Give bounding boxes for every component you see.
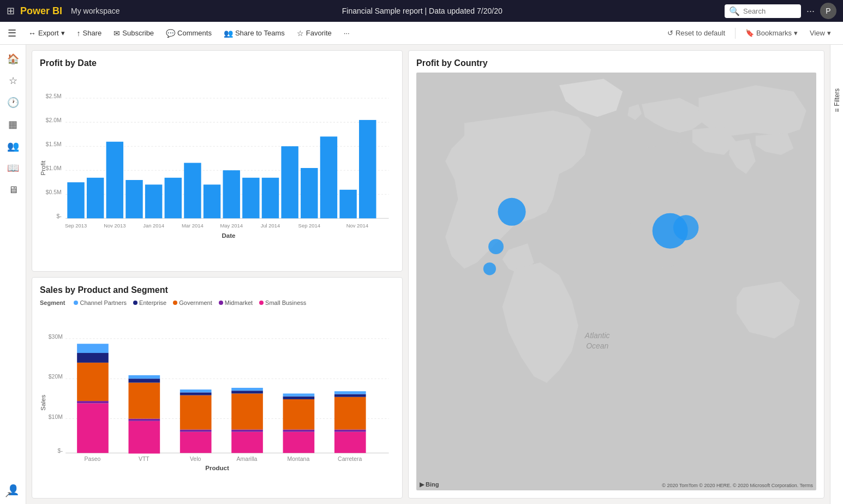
svg-rect-18: [165, 178, 182, 218]
svg-rect-57: [180, 432, 212, 453]
profit-date-panel: Profit by Date $2.5M $2.0M $1.5M $1.0M $…: [32, 50, 403, 272]
svg-rect-50: [77, 353, 109, 363]
sales-product-title: Sales by Product and Segment: [40, 285, 394, 295]
svg-rect-74: [334, 397, 366, 430]
svg-rect-19: [184, 163, 201, 219]
expand-icon[interactable]: ↗: [4, 489, 11, 500]
sidebar-workspaces-icon[interactable]: 🖥: [3, 180, 23, 200]
legend-channel-partners: Channel Partners: [74, 299, 127, 306]
world-map-svg: Atlantic Ocean: [416, 73, 816, 490]
svg-rect-21: [223, 170, 240, 218]
svg-text:Sep 2014: Sep 2014: [298, 223, 320, 229]
svg-text:Atlantic: Atlantic: [584, 331, 610, 340]
filters-label[interactable]: ≡ Filters: [833, 88, 841, 112]
svg-text:Sep 2013: Sep 2013: [65, 223, 87, 229]
svg-text:$0.5M: $0.5M: [46, 189, 62, 195]
profit-date-title: Profit by Date: [40, 58, 394, 68]
svg-text:$30M: $30M: [49, 334, 63, 340]
svg-rect-16: [125, 180, 142, 218]
svg-rect-71: [283, 393, 315, 396]
more-options-icon[interactable]: ···: [806, 5, 815, 17]
grid-icon[interactable]: ⊞: [7, 5, 15, 17]
svg-rect-24: [281, 146, 298, 218]
sidebar-recent-icon[interactable]: 🕐: [3, 93, 23, 112]
share-button[interactable]: ↑ Share: [73, 27, 106, 40]
svg-text:$1.0M: $1.0M: [46, 165, 62, 171]
bookmarks-icon: 🔖: [745, 29, 754, 37]
sales-product-panel: Sales by Product and Segment Segment Cha…: [32, 277, 403, 499]
subscribe-button[interactable]: ✉ Subscribe: [109, 27, 158, 40]
comments-button[interactable]: 💬 Comments: [162, 27, 216, 40]
svg-rect-49: [77, 363, 109, 401]
bookmarks-button[interactable]: 🔖 Bookmarks ▾: [741, 27, 802, 39]
menu-icon[interactable]: ☰: [8, 27, 16, 39]
more-toolbar-button[interactable]: ···: [339, 27, 354, 39]
svg-text:Amarilla: Amarilla: [237, 456, 258, 462]
sidebar-learn-icon[interactable]: 📖: [3, 158, 23, 178]
svg-rect-66: [231, 388, 263, 391]
svg-rect-17: [145, 184, 162, 218]
bookmarks-chevron: ▾: [794, 29, 798, 37]
sidebar-shared-icon[interactable]: 👥: [3, 136, 23, 156]
filters-sidebar[interactable]: ≡ Filters: [830, 45, 843, 504]
profit-country-title: Profit by Country: [416, 58, 816, 68]
toolbar-divider: [735, 28, 736, 39]
svg-rect-52: [129, 421, 160, 454]
search-input[interactable]: [743, 7, 798, 15]
workspace-label[interactable]: My workspace: [71, 7, 119, 15]
svg-rect-47: [77, 403, 109, 453]
search-box[interactable]: 🔍: [725, 4, 801, 18]
svg-rect-15: [106, 142, 123, 218]
view-button[interactable]: View ▾: [805, 27, 835, 39]
svg-rect-55: [129, 379, 160, 382]
svg-rect-65: [231, 391, 263, 393]
svg-rect-61: [180, 389, 212, 392]
content-area: Profit by Date $2.5M $2.0M $1.5M $1.0M $…: [26, 45, 830, 504]
left-charts-column: Profit by Date $2.5M $2.0M $1.5M $1.0M $…: [32, 50, 403, 499]
avatar[interactable]: P: [820, 3, 836, 19]
teams-icon: 👥: [224, 29, 233, 38]
svg-text:$2.0M: $2.0M: [46, 117, 62, 123]
legend-midmarket: Midmarket: [219, 299, 253, 306]
sidebar-home-icon[interactable]: 🏠: [3, 49, 23, 69]
svg-rect-20: [204, 184, 220, 218]
svg-rect-28: [359, 120, 376, 218]
top-bar: ⊞ Power BI My workspace Financial Sample…: [0, 0, 843, 22]
legend-enterprise: Enterprise: [133, 299, 166, 306]
toolbar: ☰ ↔ Export ▾ ↑ Share ✉ Subscribe 💬 Comme…: [0, 22, 843, 45]
toolbar-right: ↺ Reset to default 🔖 Bookmarks ▾ View ▾: [663, 27, 835, 39]
svg-text:$20M: $20M: [49, 374, 63, 380]
svg-rect-54: [129, 383, 160, 419]
svg-text:Ocean: Ocean: [586, 341, 608, 350]
map-copyright: © 2020 TomTom © 2020 HERE. © 2020 Micros…: [662, 483, 813, 488]
export-chevron-icon: ▾: [61, 29, 65, 37]
svg-text:VTT: VTT: [139, 456, 150, 462]
svg-rect-63: [231, 430, 263, 432]
svg-text:$2.5M: $2.5M: [46, 93, 62, 99]
svg-rect-56: [129, 375, 160, 379]
svg-text:Jul 2014: Jul 2014: [261, 223, 280, 229]
svg-text:$-: $-: [58, 448, 63, 454]
svg-rect-27: [339, 190, 356, 218]
bing-logo: ▶ Bing: [420, 481, 439, 488]
svg-rect-69: [283, 399, 315, 430]
export-button[interactable]: ↔ Export ▾: [24, 27, 69, 40]
svg-rect-22: [242, 178, 259, 218]
svg-text:May 2014: May 2014: [220, 223, 243, 229]
reset-button[interactable]: ↺ Reset to default: [663, 27, 730, 39]
map-container[interactable]: Atlantic Ocean: [416, 73, 816, 490]
svg-rect-62: [231, 432, 263, 453]
share-teams-button[interactable]: 👥 Share to Teams: [219, 27, 289, 40]
svg-text:Paseo: Paseo: [85, 456, 101, 462]
svg-text:$-: $-: [57, 213, 62, 219]
svg-text:Velo: Velo: [190, 456, 201, 462]
search-icon: 🔍: [729, 6, 740, 16]
svg-text:Date: Date: [222, 232, 236, 239]
svg-point-88: [483, 262, 496, 275]
svg-text:Profit: Profit: [40, 160, 46, 176]
sidebar-apps-icon[interactable]: ▦: [3, 115, 23, 134]
comments-icon: 💬: [166, 29, 175, 38]
sidebar-favorites-icon[interactable]: ☆: [3, 71, 23, 91]
svg-rect-70: [283, 397, 315, 399]
favorite-button[interactable]: ☆ Favorite: [292, 27, 336, 40]
